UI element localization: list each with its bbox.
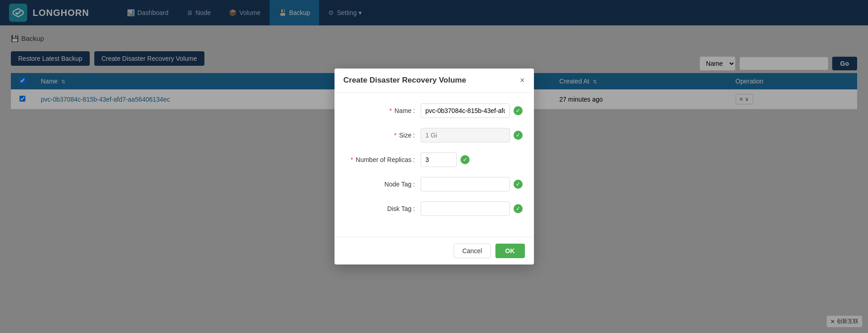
- replicas-label: * Number of Replicas :: [348, 156, 421, 163]
- modal-overlay: Create Disaster Recovery Volume × * Name…: [0, 0, 868, 333]
- size-field-row: * Size : ✓: [348, 128, 520, 142]
- replicas-required-star: *: [350, 156, 353, 163]
- size-valid-icon: ✓: [514, 131, 523, 140]
- node-tag-valid-icon: ✓: [514, 180, 523, 189]
- ok-button[interactable]: OK: [495, 244, 525, 258]
- disk-tag-valid-icon: ✓: [514, 204, 523, 213]
- replicas-valid-icon: ✓: [461, 155, 470, 164]
- name-field-row: * Name : ✓: [348, 103, 520, 118]
- disk-tag-label-text: Disk Tag: [387, 205, 411, 212]
- modal-close-button[interactable]: ×: [520, 76, 525, 84]
- disk-tag-label: Disk Tag :: [348, 205, 421, 212]
- node-tag-label-text: Node Tag: [384, 181, 412, 188]
- node-tag-input[interactable]: [421, 177, 510, 191]
- modal-title: Create Disaster Recovery Volume: [344, 76, 466, 85]
- node-tag-field-row: Node Tag : ✓: [348, 177, 520, 191]
- node-tag-label: Node Tag :: [348, 181, 421, 188]
- modal-header: Create Disaster Recovery Volume ×: [335, 69, 534, 93]
- size-label-text: Size: [399, 132, 411, 139]
- name-valid-icon: ✓: [514, 106, 523, 115]
- cancel-button[interactable]: Cancel: [454, 244, 491, 258]
- name-label: * Name :: [348, 107, 421, 114]
- replicas-input[interactable]: [421, 152, 457, 167]
- modal-body: * Name : ✓ * Size : ✓ * Number of Re: [335, 93, 534, 237]
- replicas-label-text: Number of Replicas: [356, 156, 412, 163]
- disk-tag-input[interactable]: [421, 201, 510, 216]
- size-required-star: *: [394, 132, 396, 139]
- replicas-field-row: * Number of Replicas : ✓: [348, 152, 520, 167]
- create-dr-volume-modal: Create Disaster Recovery Volume × * Name…: [335, 69, 534, 264]
- modal-footer: Cancel OK: [335, 237, 534, 264]
- name-label-text: Name: [394, 107, 411, 114]
- size-input[interactable]: [421, 128, 510, 142]
- disk-tag-field-row: Disk Tag : ✓: [348, 201, 520, 216]
- size-label: * Size :: [348, 132, 421, 139]
- name-input[interactable]: [421, 103, 510, 118]
- name-required-star: *: [389, 107, 392, 114]
